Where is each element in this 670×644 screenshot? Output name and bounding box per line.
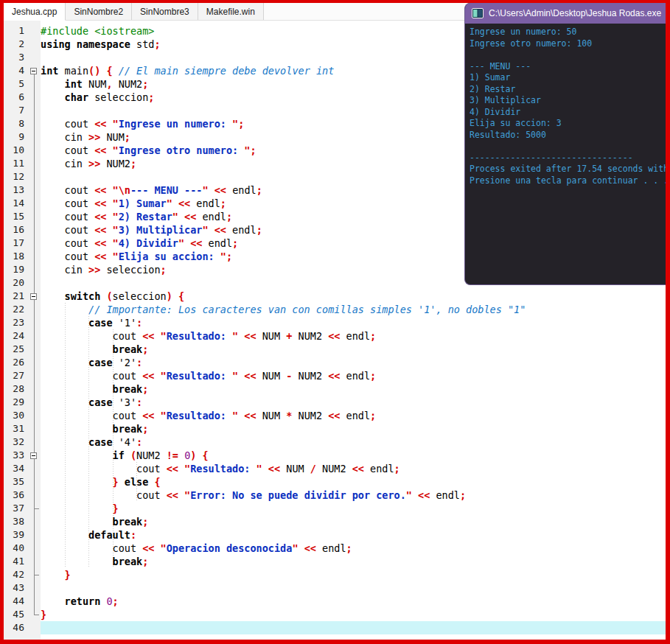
line-number[interactable]: 42: [4, 568, 29, 581]
line-number[interactable]: 15: [4, 210, 29, 223]
line-number[interactable]: 5: [4, 77, 29, 91]
line-number[interactable]: 37: [4, 502, 29, 515]
line-number[interactable]: 31: [4, 422, 29, 435]
line-number[interactable]: 9: [4, 130, 29, 144]
code-line[interactable]: cout << "Error: No se puede dividir por …: [41, 489, 666, 502]
line-number[interactable]: 30: [4, 409, 29, 422]
line-number[interactable]: 44: [4, 595, 29, 608]
line-number[interactable]: 46: [4, 621, 29, 634]
code-token: ";: [220, 251, 232, 262]
line-number[interactable]: 25: [4, 343, 29, 356]
line-number[interactable]: 26: [4, 356, 29, 369]
code-line[interactable]: [41, 621, 666, 634]
code-line[interactable]: break;: [41, 382, 666, 396]
code-token: 2) Restar: [119, 211, 172, 223]
code-line[interactable]: break;: [41, 343, 666, 356]
line-number[interactable]: 32: [4, 435, 29, 449]
code-token: (: [130, 449, 136, 461]
console-body[interactable]: Ingrese un numero: 50Ingrese otro numero…: [465, 24, 666, 284]
line-number[interactable]: 23: [4, 316, 29, 329]
code-token: " <<: [406, 489, 430, 501]
line-number[interactable]: 10: [4, 144, 29, 157]
line-number[interactable]: 7: [4, 104, 29, 117]
line-number[interactable]: 6: [4, 91, 29, 104]
code-token: [41, 595, 65, 607]
code-line[interactable]: case '4':: [41, 435, 666, 449]
fold-margin[interactable]: [29, 21, 41, 640]
code-token: endl: [190, 197, 220, 209]
console-window[interactable]: C:\Users\Admin\Desktop\Jeshua Rodas.exe …: [464, 3, 666, 285]
fold-collapse-button[interactable]: [30, 452, 37, 459]
line-number[interactable]: 22: [4, 303, 29, 316]
line-number[interactable]: 45: [4, 608, 29, 621]
code-line[interactable]: break;: [41, 515, 666, 528]
line-number[interactable]: 34: [4, 462, 29, 475]
code-token: cin: [41, 158, 88, 169]
code-line[interactable]: case '3':: [41, 396, 666, 409]
code-line[interactable]: // Importante: Los caracteres van con co…: [41, 303, 666, 316]
code-token: '4': [113, 436, 137, 448]
line-number[interactable]: 40: [4, 542, 29, 555]
code-line[interactable]: cout << "Resultado: " << NUM + NUM2 << e…: [41, 329, 666, 343]
line-number[interactable]: 41: [4, 555, 29, 568]
code-line[interactable]: cout << "Operacion desconocida" << endl;: [41, 542, 666, 555]
line-number[interactable]: 38: [4, 515, 29, 528]
code-line[interactable]: [41, 581, 666, 595]
line-number[interactable]: 2: [4, 38, 29, 51]
code-line[interactable]: if (NUM2 != 0) {: [41, 449, 666, 462]
line-number[interactable]: 35: [4, 475, 29, 489]
fold-collapse-button[interactable]: [30, 293, 37, 300]
code-token: Ingrese otro numero:: [119, 144, 245, 156]
line-number[interactable]: 13: [4, 183, 29, 197]
code-line[interactable]: }: [41, 608, 666, 621]
code-token: endl: [226, 224, 257, 236]
line-number[interactable]: 33: [4, 449, 29, 462]
code-line[interactable]: cout << "Resultado: " << NUM * NUM2 << e…: [41, 409, 666, 422]
code-line[interactable]: case '2':: [41, 356, 666, 369]
line-number[interactable]: 28: [4, 382, 29, 396]
code-token: [41, 396, 88, 408]
code-line[interactable]: break;: [41, 422, 666, 435]
tab-sinnombre2[interactable]: SinNombre2: [66, 3, 132, 20]
line-number[interactable]: 20: [4, 276, 29, 290]
code-line[interactable]: return 0;: [41, 595, 666, 608]
line-number[interactable]: 27: [4, 369, 29, 382]
code-line[interactable]: } else {: [41, 475, 666, 489]
line-number[interactable]: 16: [4, 223, 29, 237]
line-number[interactable]: 29: [4, 396, 29, 409]
fold-end-marker: [34, 615, 39, 615]
code-line[interactable]: break;: [41, 555, 666, 568]
fold-end-marker: [34, 575, 39, 575]
line-number[interactable]: 43: [4, 581, 29, 595]
code-line[interactable]: cout << "Resultado: " << NUM - NUM2 << e…: [41, 369, 666, 382]
code-line[interactable]: case '1':: [41, 316, 666, 329]
code-line[interactable]: }: [41, 502, 666, 515]
line-number[interactable]: 36: [4, 489, 29, 502]
code-line[interactable]: cout << "Resultado: " << NUM / NUM2 << e…: [41, 462, 666, 475]
code-token: // El main siempre debe devolver int: [113, 65, 335, 77]
line-number[interactable]: 24: [4, 329, 29, 343]
line-number[interactable]: 3: [4, 51, 29, 64]
line-number[interactable]: 1: [4, 24, 29, 38]
tab-jeshua-cpp[interactable]: Jeshua.cpp: [4, 3, 66, 21]
line-number-gutter[interactable]: 1234567891011121314151617181920212223242…: [4, 21, 29, 640]
fold-line: [34, 74, 35, 615]
line-number[interactable]: 18: [4, 250, 29, 263]
line-number[interactable]: 11: [4, 157, 29, 170]
line-number[interactable]: 8: [4, 117, 29, 130]
code-token: ;: [161, 264, 167, 276]
line-number[interactable]: 17: [4, 237, 29, 250]
fold-collapse-button[interactable]: [30, 68, 37, 74]
code-line[interactable]: }: [41, 568, 666, 581]
line-number[interactable]: 19: [4, 263, 29, 276]
tab-sinnombre3[interactable]: SinNombre3: [132, 3, 198, 20]
console-titlebar[interactable]: C:\Users\Admin\Desktop\Jeshua Rodas.exe: [465, 3, 666, 24]
line-number[interactable]: 4: [4, 64, 29, 77]
code-line[interactable]: switch (seleccion) {: [41, 290, 666, 303]
code-line[interactable]: default:: [41, 528, 666, 542]
line-number[interactable]: 14: [4, 197, 29, 210]
line-number[interactable]: 39: [4, 528, 29, 542]
tab-makefile-win[interactable]: Makefile.win: [198, 3, 264, 20]
line-number[interactable]: 12: [4, 170, 29, 183]
line-number[interactable]: 21: [4, 290, 29, 303]
